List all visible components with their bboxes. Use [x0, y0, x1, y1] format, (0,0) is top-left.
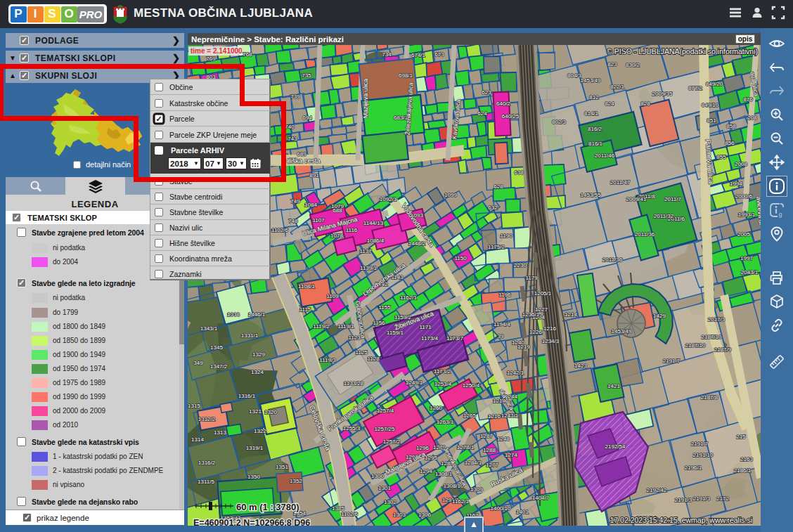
svg-text:1102/6: 1102/6 [341, 511, 358, 517]
svg-text:1319/1: 1319/1 [246, 445, 264, 451]
svg-text:640/25: 640/25 [502, 113, 520, 119]
svg-text:1107: 1107 [312, 217, 325, 223]
svg-text:1300: 1300 [371, 473, 384, 479]
svg-text:624: 624 [477, 110, 487, 117]
svg-text:1247/1: 1247/1 [501, 413, 519, 419]
svg-text:1994: 1994 [730, 181, 742, 187]
svg-text:2187/8: 2187/8 [701, 394, 718, 401]
svg-text:2196/1: 2196/1 [685, 465, 702, 471]
svg-text:2192/54: 2192/54 [605, 443, 626, 450]
svg-text:1227: 1227 [535, 306, 548, 313]
svg-text:time = 2.141000: time = 2.141000 [191, 47, 243, 55]
svg-text:1321: 1321 [249, 408, 262, 415]
svg-text:1316/1: 1316/1 [238, 393, 256, 399]
svg-text:2009/41: 2009/41 [626, 196, 647, 202]
svg-text:1099: 1099 [444, 192, 457, 198]
svg-text:828: 828 [640, 100, 650, 107]
svg-text:858: 858 [726, 123, 736, 129]
svg-text:1250/4: 1250/4 [463, 382, 480, 389]
svg-text:1205/1: 1205/1 [534, 290, 552, 297]
svg-text:1453/55: 1453/55 [581, 192, 601, 198]
svg-text:39: 39 [498, 333, 504, 339]
svg-text:1173/4: 1173/4 [421, 335, 438, 342]
svg-text:1274: 1274 [505, 452, 517, 458]
svg-text:1216: 1216 [543, 325, 556, 332]
svg-text:1401: 1401 [516, 509, 529, 515]
svg-text:1171: 1171 [419, 324, 432, 330]
svg-text:851: 851 [707, 117, 716, 124]
svg-text:2043/1: 2043/1 [741, 269, 759, 275]
svg-text:349: 349 [193, 360, 203, 366]
svg-text:694: 694 [302, 115, 312, 121]
svg-text:1311/5: 1311/5 [198, 479, 214, 485]
svg-text:1253/4: 1253/4 [434, 381, 452, 387]
svg-text:623: 623 [482, 89, 491, 96]
svg-text:1084: 1084 [304, 202, 317, 208]
svg-text:© PISO - LJUBLJANA(podatki so: © PISO - LJUBLJANA(podatki so informativ… [607, 47, 758, 56]
svg-text:2187/10: 2187/10 [685, 342, 706, 349]
svg-text:849/10: 849/10 [702, 102, 719, 108]
svg-text:1304: 1304 [415, 525, 428, 526]
svg-text:Mazijeva ulica: Mazijeva ulica [362, 79, 369, 119]
svg-text:1448/2: 1448/2 [408, 240, 426, 247]
svg-text:2005: 2005 [737, 231, 750, 238]
svg-text:1260: 1260 [430, 405, 442, 411]
svg-text:1128: 1128 [367, 356, 380, 362]
svg-text:1255/3: 1255/3 [343, 425, 361, 432]
svg-text:1315: 1315 [188, 403, 200, 409]
svg-text:628: 628 [494, 183, 503, 190]
svg-text:814/1: 814/1 [584, 110, 599, 117]
svg-text:1324: 1324 [251, 369, 264, 375]
svg-text:1320: 1320 [264, 409, 277, 415]
svg-text:824: 824 [605, 100, 614, 107]
svg-text:632: 632 [488, 205, 498, 211]
svg-text:855: 855 [716, 154, 726, 160]
svg-text:1453/49: 1453/49 [612, 328, 632, 335]
svg-text:877/2: 877/2 [688, 85, 703, 91]
svg-text:2191/7: 2191/7 [691, 441, 709, 447]
svg-text:1278/1: 1278/1 [457, 444, 475, 450]
svg-text:739: 739 [290, 93, 300, 100]
svg-text:2230: 2230 [514, 262, 527, 268]
svg-text:1301: 1301 [378, 485, 391, 491]
svg-text:1242/1: 1242/1 [507, 370, 524, 376]
svg-text:1125: 1125 [355, 349, 368, 356]
svg-text:1316/2: 1316/2 [198, 460, 216, 466]
svg-text:2011/36: 2011/36 [635, 231, 655, 238]
svg-text:1123: 1123 [348, 335, 361, 341]
svg-text:1263/1: 1263/1 [437, 419, 454, 425]
svg-text:1284/1: 1284/1 [465, 460, 482, 466]
svg-text:2191/7: 2191/7 [663, 358, 681, 364]
svg-text:1331/1: 1331/1 [241, 332, 259, 339]
svg-text:740: 740 [285, 124, 295, 130]
svg-text:1214: 1214 [565, 311, 577, 318]
svg-text:1150: 1150 [454, 255, 467, 261]
svg-text:1294: 1294 [420, 468, 432, 474]
svg-text:812: 812 [589, 94, 599, 100]
svg-text:1421: 1421 [607, 383, 620, 389]
svg-text:2008: 2008 [735, 161, 747, 167]
svg-text:1351: 1351 [276, 464, 288, 470]
svg-text:1116: 1116 [346, 227, 358, 233]
svg-text:g: g [779, 211, 782, 218]
svg-text:2163: 2163 [740, 456, 753, 462]
svg-text:804/3: 804/3 [567, 72, 582, 79]
svg-text:816/2: 816/2 [588, 126, 602, 132]
svg-text:1322: 1322 [254, 428, 266, 434]
svg-text:2011/32: 2011/32 [654, 213, 674, 219]
svg-text:1453/49: 1453/49 [581, 77, 601, 84]
svg-text:1345: 1345 [210, 344, 223, 351]
svg-text:17.02.2023 15:42:15, ewmap, ww: 17.02.2023 15:42:15, ewmap, www.realis.s… [610, 516, 752, 524]
svg-text:2187/10: 2187/10 [702, 334, 722, 340]
svg-text:1309: 1309 [470, 486, 483, 493]
svg-text:1173/7: 1173/7 [446, 335, 463, 342]
svg-text:1086/4: 1086/4 [367, 238, 385, 244]
svg-text:1338: 1338 [227, 311, 240, 318]
svg-text:1115: 1115 [299, 306, 311, 313]
svg-text:2011/7: 2011/7 [664, 196, 681, 202]
svg-text:1423: 1423 [574, 363, 587, 369]
svg-text:1079: 1079 [331, 203, 344, 209]
svg-text:1313: 1313 [214, 429, 226, 436]
svg-text:215: 215 [736, 434, 746, 440]
svg-text:2191/10: 2191/10 [693, 452, 714, 458]
